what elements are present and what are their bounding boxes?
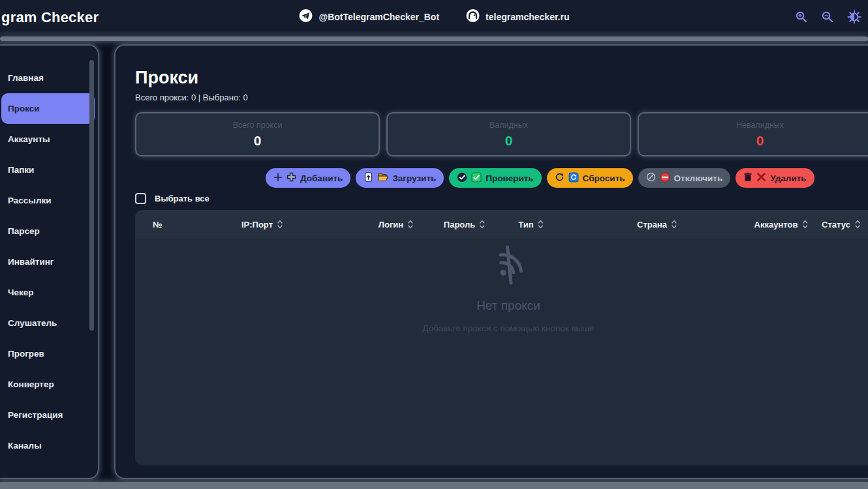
column-type[interactable]: Тип bbox=[518, 210, 544, 239]
stat-value-valid: 0 bbox=[505, 133, 513, 149]
check-button-label: Проверить bbox=[486, 173, 533, 183]
header-actions bbox=[795, 0, 861, 34]
sidebar-item-slushatel[interactable]: Слушатель bbox=[1, 308, 95, 338]
action-buttons: Добавить Загрузить bbox=[266, 168, 814, 188]
delete-button-label: Удалить bbox=[770, 173, 806, 183]
sort-icon bbox=[407, 219, 414, 230]
sidebar-scrollbar[interactable] bbox=[89, 60, 94, 331]
stat-card-total: Всего прокси 0 bbox=[135, 112, 380, 156]
sidebar-item-konverter[interactable]: Конвертер bbox=[1, 369, 95, 400]
column-status[interactable]: Статус bbox=[822, 210, 861, 239]
telegram-icon bbox=[299, 8, 313, 25]
select-all-control[interactable]: Выбрать все bbox=[135, 193, 209, 204]
empty-state-caption: Добавьте прокси с помощью кнопок выше bbox=[422, 323, 594, 333]
zoom-out-icon[interactable] bbox=[821, 10, 834, 23]
header-links: @BotTelegramChecker_Bot telegramchecker.… bbox=[299, 0, 570, 34]
plus-icon bbox=[273, 173, 283, 184]
stat-value-total: 0 bbox=[254, 133, 262, 149]
column-number: № bbox=[153, 210, 163, 239]
add-button[interactable]: Добавить bbox=[266, 168, 350, 188]
sidebar: Главная Прокси Аккаунты Папки Рассылки П… bbox=[0, 44, 99, 479]
stat-value-invalid: 0 bbox=[756, 133, 764, 149]
table-header: № IP:Порт Логин Пароль Тип Страна bbox=[135, 210, 868, 239]
bot-link[interactable]: @BotTelegramChecker_Bot bbox=[299, 8, 440, 25]
reset-button[interactable]: Сбросить bbox=[547, 168, 633, 188]
sort-icon bbox=[479, 219, 486, 230]
delete-button[interactable]: Удалить bbox=[736, 168, 814, 188]
sort-icon bbox=[671, 219, 677, 230]
trash-icon bbox=[743, 172, 752, 184]
sort-icon bbox=[538, 219, 544, 230]
sidebar-item-akkaunty[interactable]: Аккаунты bbox=[1, 124, 95, 155]
sidebar-item-cheker[interactable]: Чекер bbox=[1, 277, 95, 308]
sidebar-item-proksi[interactable]: Прокси bbox=[1, 93, 95, 124]
column-password[interactable]: Пароль bbox=[444, 210, 486, 239]
top-divider bbox=[0, 37, 868, 41]
column-login[interactable]: Логин bbox=[379, 210, 414, 239]
add-button-label: Добавить bbox=[300, 173, 343, 183]
stat-card-valid: Валидных 0 bbox=[386, 112, 631, 156]
stat-label: Валидных bbox=[489, 121, 528, 130]
select-all-label: Выбрать все bbox=[155, 194, 209, 203]
plus-box-icon bbox=[287, 172, 296, 184]
zoom-in-icon[interactable] bbox=[795, 10, 808, 23]
reset-button-label: Сбросить bbox=[583, 173, 625, 183]
page-title: Прокси bbox=[135, 68, 198, 88]
sidebar-item-glavnaya[interactable]: Главная bbox=[1, 63, 95, 93]
check-circle-icon bbox=[457, 172, 467, 185]
sidebar-nav: Главная Прокси Аккаунты Папки Рассылки П… bbox=[0, 46, 98, 461]
stat-card-invalid: Невалидных 0 bbox=[638, 112, 868, 156]
select-all-checkbox[interactable] bbox=[135, 193, 146, 204]
app-title: gram Checker bbox=[1, 9, 99, 26]
empty-state: Нет прокси Добавьте прокси с помощью кно… bbox=[313, 249, 704, 333]
sort-icon bbox=[801, 219, 808, 230]
bottom-divider bbox=[0, 482, 868, 489]
site-link-label: telegramchecker.ru bbox=[486, 12, 569, 22]
slash-circle-icon bbox=[646, 172, 656, 184]
sidebar-item-progrev[interactable]: Прогрев bbox=[1, 338, 95, 369]
app-header: gram Checker @BotTelegramChecker_Bot te bbox=[0, 0, 868, 34]
sidebar-item-rassylki[interactable]: Рассылки bbox=[1, 185, 95, 216]
bot-link-label: @BotTelegramChecker_Bot bbox=[319, 12, 440, 22]
column-accounts[interactable]: Аккаунтов bbox=[754, 210, 809, 239]
x-mark-icon bbox=[756, 172, 766, 184]
site-link[interactable]: telegramchecker.ru bbox=[465, 8, 569, 25]
stat-label: Всего прокси bbox=[233, 121, 283, 130]
stats-cards: Всего прокси 0 Валидных 0 Невалидных 0 bbox=[135, 112, 868, 156]
no-entry-icon bbox=[660, 172, 670, 185]
upload-button[interactable]: Загрузить bbox=[356, 168, 444, 188]
stat-label: Невалидных bbox=[736, 121, 784, 130]
sidebar-item-registratsiya[interactable]: Регистрация bbox=[1, 400, 95, 430]
file-import-icon bbox=[364, 172, 373, 184]
column-ip-port[interactable]: IP:Порт bbox=[241, 210, 283, 239]
sidebar-item-parser[interactable]: Парсер bbox=[1, 216, 95, 246]
sort-icon bbox=[854, 219, 861, 230]
sidebar-item-kanaly[interactable]: Каналы bbox=[1, 430, 95, 461]
sidebar-item-papki[interactable]: Папки bbox=[1, 155, 95, 185]
main-panel: Прокси Всего прокси: 0 | Выбрано: 0 Всег… bbox=[114, 44, 868, 479]
sort-icon bbox=[277, 219, 283, 230]
column-country[interactable]: Страна bbox=[637, 210, 677, 239]
theme-brightness-icon[interactable] bbox=[847, 10, 861, 24]
proxy-table: № IP:Порт Логин Пароль Тип Страна bbox=[135, 210, 868, 466]
site-icon bbox=[465, 8, 480, 25]
refresh-box-icon bbox=[568, 172, 579, 185]
sidebar-item-invayting[interactable]: Инвайтинг bbox=[1, 246, 95, 277]
disable-button-label: Отключить bbox=[674, 173, 723, 183]
wifi-off-icon bbox=[484, 242, 533, 290]
check-square-icon bbox=[471, 172, 482, 185]
refresh-icon bbox=[555, 172, 565, 184]
check-button[interactable]: Проверить bbox=[449, 168, 541, 188]
empty-state-title: Нет прокси bbox=[476, 299, 540, 313]
disable-button[interactable]: Отключить bbox=[638, 168, 731, 188]
page-subtitle: Всего прокси: 0 | Выбрано: 0 bbox=[135, 93, 248, 102]
upload-button-label: Загрузить bbox=[392, 173, 436, 183]
folder-icon bbox=[377, 172, 388, 184]
